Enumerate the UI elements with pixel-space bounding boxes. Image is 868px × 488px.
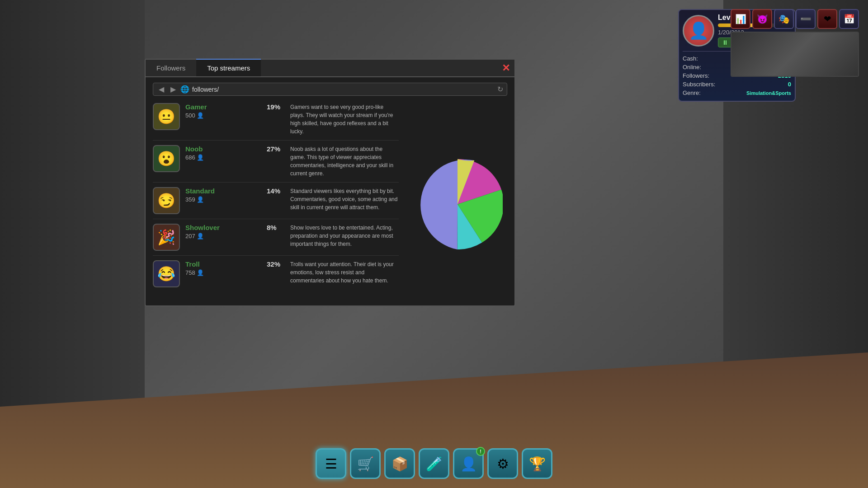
viewers-section: 😐 Gamer 500 👤 19% Gamers want to see ver… [153, 103, 507, 296]
toolbar-row-1: 📊 😈 🎭 ➖ ❤ 📅 [731, 9, 859, 29]
refresh-button[interactable]: ↻ [497, 85, 503, 94]
genre-label: Genre: [683, 89, 701, 96]
viewer-avatar-gamer: 😐 [153, 103, 180, 130]
back-button[interactable]: ◀ [157, 85, 166, 94]
avatar: 👤 [683, 15, 714, 47]
minus-icon[interactable]: ➖ [796, 9, 816, 29]
mask-icon[interactable]: 🎭 [774, 9, 794, 29]
globe-icon: 🌐 [180, 85, 189, 94]
bottom-bar-settings[interactable]: ⚙ [487, 448, 518, 479]
viewer-info-gamer: Gamer 500 👤 [185, 103, 261, 119]
viewer-avatar-showlover: 🎉 [153, 224, 180, 251]
pie-container [408, 103, 507, 296]
genre-value: Simulation&Sports [746, 90, 791, 96]
viewer-avatar-troll: 😂 [153, 260, 180, 287]
address-input[interactable] [192, 86, 495, 93]
genre-row: Genre: Simulation&Sports [683, 89, 791, 97]
viewer-name-gamer: Gamer [185, 103, 261, 111]
viewer-name-noob: Noob [185, 145, 261, 153]
viewer-count-gamer: 500 👤 [185, 112, 261, 119]
subscribers-row: Subscribers: 0 [683, 80, 791, 89]
bottom-bar-person[interactable]: 👤! [453, 448, 484, 479]
calendar-icon[interactable]: 📅 [839, 9, 859, 29]
viewer-name-troll: Troll [185, 260, 261, 268]
viewer-count-standard: 359 👤 [185, 196, 261, 203]
viewer-desc-gamer: Gamers want to see very good pro-like pl… [290, 103, 399, 136]
viewer-desc-noob: Noob asks a lot of questions about the g… [290, 145, 399, 178]
bottom-bar-trophy[interactable]: 🏆 [522, 448, 552, 479]
viewer-count-troll: 758 👤 [185, 269, 261, 276]
viewers-list: 😐 Gamer 500 👤 19% Gamers want to see ver… [153, 103, 399, 296]
tab-followers[interactable]: Followers [146, 60, 196, 76]
subscribers-value: 0 [788, 81, 791, 88]
dialog-tabs: Followers Top streamers ✕ [146, 60, 514, 77]
deco-panel [731, 32, 859, 77]
viewer-avatar-noob: 😮 [153, 145, 180, 172]
viewer-count-showlover: 207 👤 [185, 233, 261, 239]
viewer-row-standard: 😏 Standard 359 👤 14% Standard viewers li… [153, 187, 399, 219]
toolbar-right: 📊 😈 🎭 ➖ ❤ 📅 [731, 9, 859, 77]
viewer-count-noob: 686 👤 [185, 154, 261, 161]
viewer-row-showlover: 🎉 Showlover 207 👤 8% Show lovers love to… [153, 224, 399, 256]
viewer-desc-showlover: Show lovers love to be entertained. Acti… [290, 224, 399, 248]
viewer-pct-standard: 14% [267, 187, 285, 195]
viewer-info-troll: Troll 758 👤 [185, 260, 261, 276]
face-icon[interactable]: 😈 [752, 9, 772, 29]
forward-button[interactable]: ▶ [169, 85, 178, 94]
subscribers-label: Subscribers: [683, 81, 715, 88]
viewer-name-standard: Standard [185, 187, 261, 195]
viewer-desc-troll: Trolls want your attention. Their diet i… [290, 260, 399, 285]
close-button[interactable]: ✕ [502, 62, 510, 74]
viewer-pct-troll: 32% [267, 260, 285, 268]
viewer-info-showlover: Showlover 207 👤 [185, 224, 261, 239]
followers-label: Followers: [683, 72, 709, 79]
address-bar: ◀ ▶ 🌐 ↻ [153, 83, 507, 96]
chart-icon[interactable]: 📊 [731, 9, 750, 29]
bottom-bar: ☰🛒📦🧪👤!⚙🏆 [316, 448, 552, 479]
notification-badge-person: ! [476, 447, 485, 456]
tab-top-streamers[interactable]: Top streamers [196, 59, 261, 76]
viewer-avatar-standard: 😏 [153, 187, 180, 214]
hearts-icon[interactable]: ❤ [817, 9, 837, 29]
dialog-content: ◀ ▶ 🌐 ↻ 😐 Gamer 500 👤 19% Gamers want to… [146, 77, 514, 305]
bottom-bar-shop[interactable]: 🛒 [350, 448, 381, 479]
pie-chart [412, 159, 503, 249]
deco-image [731, 33, 858, 76]
online-label: Online: [683, 64, 701, 70]
viewer-pct-showlover: 8% [267, 224, 285, 231]
bottom-bar-flask[interactable]: 🧪 [419, 448, 449, 479]
viewer-desc-standard: Standard viewers likes everything bit by… [290, 187, 399, 211]
viewer-pct-gamer: 19% [267, 103, 285, 111]
viewer-row-noob: 😮 Noob 686 👤 27% Noob asks a lot of ques… [153, 145, 399, 183]
viewer-row-gamer: 😐 Gamer 500 👤 19% Gamers want to see ver… [153, 103, 399, 141]
viewer-info-noob: Noob 686 👤 [185, 145, 261, 161]
viewer-name-showlover: Showlover [185, 224, 261, 231]
bottom-bar-list[interactable]: ☰ [316, 448, 346, 479]
cash-label: Cash: [683, 55, 698, 62]
viewer-pct-noob: 27% [267, 145, 285, 153]
bottom-bar-box[interactable]: 📦 [384, 448, 415, 479]
main-dialog: Followers Top streamers ✕ ◀ ▶ 🌐 ↻ 😐 Game… [145, 59, 515, 306]
viewer-info-standard: Standard 359 👤 [185, 187, 261, 203]
viewer-row-troll: 😂 Troll 758 👤 32% Trolls want your atten… [153, 260, 399, 292]
